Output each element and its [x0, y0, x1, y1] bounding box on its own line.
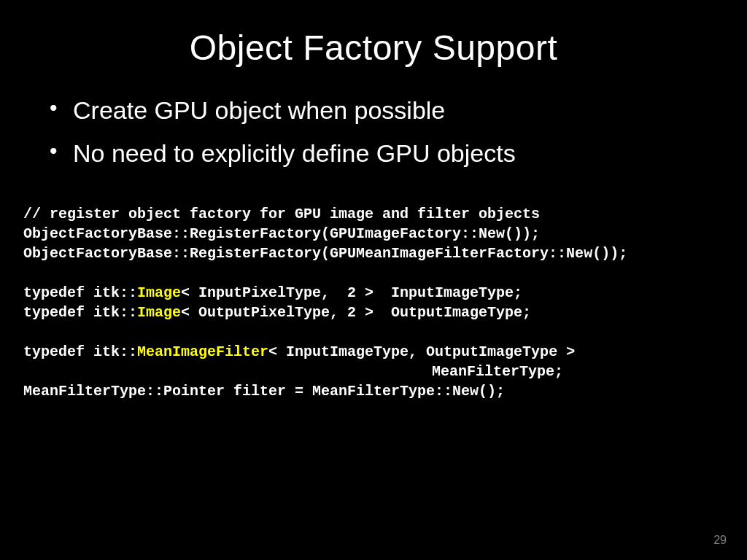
slide: Object Factory Support Create GPU object…	[0, 0, 747, 560]
code-text: typedef itk::	[23, 304, 137, 321]
code-text: < OutputPixelType, 2 > OutputImageType;	[181, 304, 531, 321]
code-block: // register object factory for GPU image…	[23, 204, 747, 401]
slide-title: Object Factory Support	[0, 0, 747, 68]
code-line: MeanFilterType;	[23, 362, 563, 381]
bullet-item: No need to explicitly define GPU objects	[45, 134, 747, 173]
code-line: typedef itk::Image< InputPixelType, 2 > …	[23, 284, 522, 301]
code-line: typedef itk::Image< OutputPixelType, 2 >…	[23, 304, 531, 321]
bullet-list: Create GPU object when possible No need …	[45, 91, 747, 172]
bullet-item: Create GPU object when possible	[45, 91, 747, 130]
code-text: < InputImageType, OutputImageType >	[268, 343, 575, 360]
code-text: typedef itk::	[23, 284, 137, 301]
code-highlight: Image	[137, 304, 181, 321]
code-text: typedef itk::	[23, 343, 137, 360]
code-line: typedef itk::MeanImageFilter< InputImage…	[23, 343, 575, 360]
code-line: ObjectFactoryBase::RegisterFactory(GPUMe…	[23, 245, 627, 262]
code-line: MeanFilterType::Pointer filter = MeanFil…	[23, 383, 505, 400]
code-text: < InputPixelType, 2 > InputImageType;	[181, 284, 522, 301]
code-highlight: Image	[137, 284, 181, 301]
code-line: ObjectFactoryBase::RegisterFactory(GPUIm…	[23, 225, 540, 242]
page-number: 29	[713, 534, 727, 547]
code-line: // register object factory for GPU image…	[23, 206, 540, 222]
code-highlight: MeanImageFilter	[137, 343, 268, 360]
